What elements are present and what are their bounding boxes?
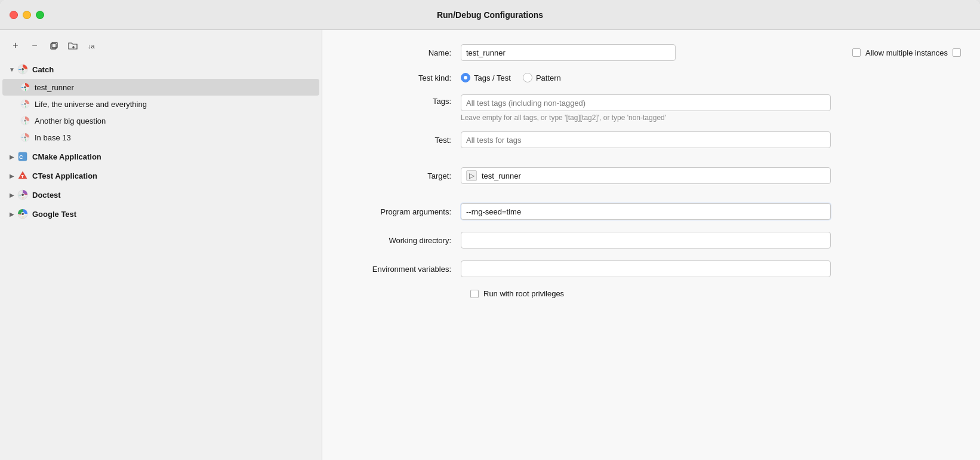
target-label: Target: <box>341 171 461 180</box>
tags-row: Tags: Leave empty for all tags, or type … <box>341 94 961 122</box>
catch-child-icon <box>19 81 31 93</box>
sidebar-item-in-base-13[interactable]: In base 13 <box>0 129 322 146</box>
target-value: test_runner <box>482 171 521 180</box>
catch-group: ▼ Catch <box>0 60 322 146</box>
name-input[interactable] <box>461 44 676 61</box>
cmake-icon: C <box>17 151 29 162</box>
close-button[interactable] <box>10 11 18 19</box>
catch-label: Catch <box>32 65 54 74</box>
run-root-checkbox[interactable] <box>470 290 479 298</box>
program-args-input[interactable] <box>461 203 831 220</box>
minimize-button[interactable] <box>23 11 31 19</box>
name-row: Name: Allow multiple instances <box>341 44 961 61</box>
add-configuration-button[interactable]: + <box>7 37 24 54</box>
google-test-label: Google Test <box>32 210 76 219</box>
run-root-wrapper: Run with root privileges <box>470 289 564 298</box>
svg-text:↓a: ↓a <box>88 42 95 50</box>
ctest-label: CTest Application <box>32 171 97 180</box>
tags-hint: Leave empty for all tags, or type '[tag]… <box>461 114 831 122</box>
add-folder-icon <box>68 41 78 50</box>
env-vars-input[interactable] <box>461 260 831 277</box>
ctest-icon: T <box>17 170 29 182</box>
svg-point-26 <box>21 194 24 196</box>
sidebar-item-test-runner[interactable]: test_runner <box>2 79 319 96</box>
sidebar: + − ↓a <box>0 30 322 460</box>
test-label: Test: <box>341 136 461 145</box>
svg-point-10 <box>24 86 26 88</box>
maximize-button[interactable] <box>36 11 44 19</box>
program-args-label: Program arguments: <box>341 207 461 216</box>
env-vars-row: Environment variables: <box>341 260 961 277</box>
radio-tags-test[interactable]: Tags / Test <box>461 73 511 82</box>
cmake-expand-arrow: ▶ <box>7 152 17 161</box>
catch-group-header[interactable]: ▼ Catch <box>0 60 322 79</box>
doctest-group[interactable]: ▶ Doctest <box>0 185 322 204</box>
google-test-group[interactable]: ▶ Google Test <box>0 204 322 223</box>
doctest-expand-arrow: ▶ <box>7 190 17 200</box>
svg-rect-1 <box>52 42 57 48</box>
google-test-expand-arrow: ▶ <box>7 209 17 219</box>
catch-icon <box>17 63 29 75</box>
sidebar-item-life-universe[interactable]: Life, the universe and everything <box>0 96 322 112</box>
test-row: Test: <box>341 131 961 148</box>
run-root-row: Run with root privileges <box>461 289 961 298</box>
allow-multiple-group: Allow multiple instances <box>852 48 961 57</box>
allow-multiple-checkbox-2[interactable] <box>953 48 961 57</box>
allow-multiple-checkbox[interactable] <box>852 48 861 57</box>
remove-configuration-button[interactable]: − <box>26 37 43 54</box>
add-folder-button[interactable] <box>64 37 81 54</box>
radio-tags-test-button[interactable] <box>461 73 470 82</box>
ctest-application-group[interactable]: ▶ T CTest Application <box>0 166 322 185</box>
working-dir-input[interactable] <box>461 232 831 249</box>
life-universe-label: Life, the universe and everything <box>35 100 147 109</box>
radio-inner <box>464 76 467 79</box>
name-controls: Allow multiple instances <box>461 44 961 61</box>
svg-point-7 <box>21 68 24 70</box>
target-executable-icon: ▷ <box>466 170 477 181</box>
doctest-icon <box>17 189 29 201</box>
sort-button[interactable]: ↓a <box>84 37 100 54</box>
copy-icon <box>49 41 58 50</box>
svg-point-19 <box>24 136 26 139</box>
sidebar-toolbar: + − ↓a <box>0 35 322 60</box>
tags-label: Tags: <box>341 97 461 106</box>
traffic-lights <box>10 11 44 19</box>
copy-configuration-button[interactable] <box>45 37 62 54</box>
ctest-expand-arrow: ▶ <box>7 171 17 180</box>
target-select[interactable]: ▷ test_runner <box>461 167 831 184</box>
configuration-form: Name: Allow multiple instances Test kind… <box>322 30 980 460</box>
radio-tags-test-label: Tags / Test <box>474 73 511 82</box>
catch-children: test_runner <box>0 79 322 146</box>
svg-point-16 <box>24 119 26 122</box>
radio-pattern-button[interactable] <box>523 73 532 82</box>
catch-child-icon-2 <box>19 98 31 110</box>
test-runner-label: test_runner <box>35 83 74 92</box>
in-base-13-label: In base 13 <box>35 133 71 142</box>
test-input[interactable] <box>461 131 831 148</box>
svg-point-29 <box>21 213 24 215</box>
svg-text:C: C <box>19 154 23 160</box>
doctest-label: Doctest <box>32 191 61 200</box>
working-dir-label: Working directory: <box>341 236 461 245</box>
working-dir-row: Working directory: <box>341 232 961 249</box>
catch-child-icon-3 <box>19 115 31 127</box>
svg-text:T: T <box>21 174 24 179</box>
run-root-label: Run with root privileges <box>483 289 564 298</box>
catch-child-icon-4 <box>19 131 31 143</box>
google-test-icon <box>17 208 29 220</box>
sidebar-item-another-big-question[interactable]: Another big question <box>0 112 322 129</box>
sort-icon: ↓a <box>87 41 97 50</box>
window-title: Run/Debug Configurations <box>437 10 543 20</box>
title-bar: Run/Debug Configurations <box>0 0 980 30</box>
catch-expand-arrow: ▼ <box>7 65 17 74</box>
test-kind-controls: Tags / Test Pattern <box>461 73 961 82</box>
target-row: Target: ▷ test_runner <box>341 167 961 184</box>
radio-pattern[interactable]: Pattern <box>523 73 561 82</box>
tags-input[interactable] <box>461 94 831 111</box>
svg-point-13 <box>24 103 26 105</box>
test-kind-row: Test kind: Tags / Test Pattern <box>341 73 961 82</box>
program-args-row: Program arguments: <box>341 203 961 220</box>
cmake-application-group[interactable]: ▶ C CMake Application <box>0 147 322 166</box>
allow-multiple-label: Allow multiple instances <box>865 48 948 57</box>
name-label: Name: <box>341 48 461 57</box>
